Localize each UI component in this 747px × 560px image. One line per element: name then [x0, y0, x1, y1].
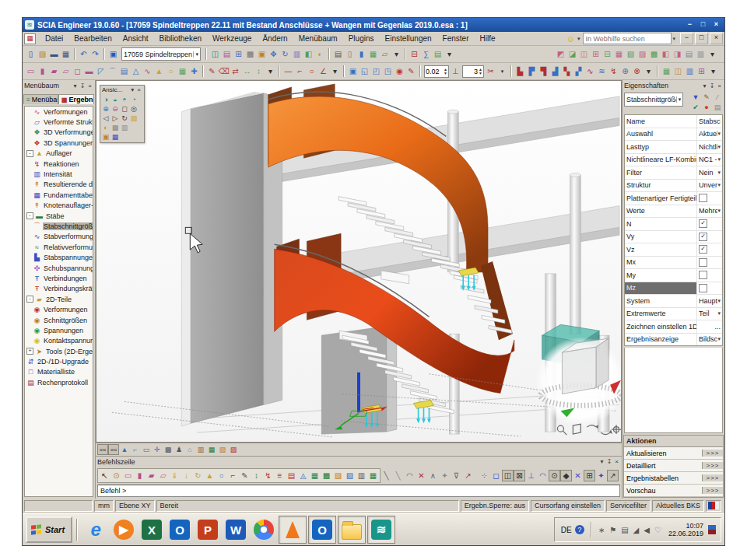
taskbar-outlook-2[interactable]: O [308, 516, 336, 544]
result-combo-icon[interactable]: ⊗ [631, 65, 643, 77]
tree-item[interactable]: ∿Verformungen [25, 107, 93, 117]
bim-toolbox-icon[interactable]: ▦ [661, 65, 672, 77]
print-preview-icon[interactable]: ▯ [344, 48, 356, 60]
calc-cmd-icon[interactable]: ▩ [321, 470, 332, 481]
tree-item[interactable]: ◉Verformungen [25, 304, 93, 314]
property-value[interactable]: Nein▾ [697, 169, 722, 177]
grid-snap-icon[interactable]: ✛ [152, 444, 163, 455]
circle-icon[interactable]: ○ [306, 65, 317, 77]
open-project-icon[interactable]: ▨ [37, 48, 48, 60]
panel-menu-icon[interactable]: ▾ [72, 82, 79, 89]
auto-hide-pin-icon[interactable]: ↧ [605, 458, 614, 465]
menu-ansicht[interactable]: Ansicht [117, 33, 154, 44]
property-value[interactable] [697, 271, 722, 279]
gallery-cmd-icon[interactable]: ▦ [367, 470, 379, 481]
property-value[interactable] [697, 258, 722, 267]
track-icon[interactable]: ⊽ [451, 470, 462, 481]
taskbar-powerpoint[interactable]: P [195, 516, 221, 543]
tree-item[interactable]: ❖3D Verformungen [25, 128, 93, 138]
polyline-icon[interactable]: ⌐ [294, 65, 306, 77]
property-row[interactable]: SystemHauptsystem▾ [625, 295, 722, 308]
result-filter-3-icon[interactable]: ◫ [578, 48, 590, 60]
result-reactions-icon[interactable]: ↯ [608, 65, 619, 77]
result-filter-7-icon[interactable]: ▧ [625, 48, 637, 60]
property-value[interactable]: ✓ [697, 219, 722, 228]
snap-endpoint-icon[interactable]: ◻ [490, 470, 502, 481]
mark-tool-icon[interactable]: ✎ [405, 65, 417, 77]
action-more-button[interactable]: >>> [702, 450, 723, 457]
taskbar-excel[interactable]: X [139, 516, 165, 543]
support-cmd-icon[interactable]: ▲ [204, 470, 216, 481]
point-load-icon[interactable]: ↯ [262, 470, 274, 481]
angle-icon[interactable]: ∠ [317, 65, 329, 77]
apply-brush-icon[interactable]: ✔ [690, 103, 701, 113]
rib-icon[interactable]: ▬ [83, 65, 95, 77]
property-row[interactable]: ExtremwerteTeil▾ [625, 308, 722, 321]
volume-tray-icon[interactable]: ◀ [644, 526, 650, 534]
action-ergebnistabellen[interactable]: Ergebnistabellen>>> [624, 472, 723, 485]
moment-cmd-icon[interactable]: ↻ [192, 470, 204, 481]
property-value[interactable]: Hauptsystem▾ [697, 297, 722, 305]
print-more-icon[interactable]: ▾ [391, 48, 402, 60]
checkbox-checked[interactable]: ✓ [699, 233, 707, 241]
snap-nearest-icon[interactable]: ✕ [572, 470, 584, 481]
tree-item[interactable]: ≈Relativverformung [25, 242, 93, 252]
volumes-icon[interactable]: ▣ [101, 132, 110, 142]
status-cursorfang-einstellen[interactable]: Cursorfang einstellen [531, 500, 605, 512]
tree-item[interactable]: ⌒Stabschnittgrößen [25, 221, 93, 231]
temp-load-icon[interactable]: ◬ [297, 470, 309, 481]
clip-box-icon[interactable]: ▧ [129, 114, 139, 123]
result-extreme-icon[interactable]: ⊕ [619, 65, 631, 77]
property-row[interactable]: Vy✓ [625, 231, 722, 244]
tree-item[interactable]: -▬Stäbe [25, 211, 93, 221]
action-center-icon[interactable]: ♡ [654, 526, 661, 534]
modify-3-icon[interactable]: ⇄ [230, 65, 241, 77]
restore-button[interactable]: □ [697, 20, 709, 30]
save-gallery-icon[interactable]: ▦ [60, 48, 72, 60]
zoom-in-icon[interactable]: ⊕ [101, 104, 110, 114]
network-tray-icon[interactable]: ◢ [633, 526, 640, 534]
action-more-button[interactable]: >>> [702, 487, 723, 494]
result-filter-9-icon[interactable]: ▩ [648, 48, 660, 60]
property-row[interactable]: FilterNein▾ [625, 166, 722, 180]
modify-2-icon[interactable]: ⌫ [218, 65, 230, 77]
check-steel-icon[interactable]: ▨ [332, 470, 344, 481]
ucs-icon[interactable]: ↗ [462, 470, 474, 481]
result-n-icon[interactable]: ▙ [514, 65, 526, 77]
property-row[interactable]: My [625, 269, 722, 282]
checkbox-unchecked[interactable] [699, 194, 707, 202]
snap-ortho-icon[interactable]: ⊞ [584, 470, 595, 481]
webhelp-search-input[interactable] [583, 33, 672, 44]
status-aktuelles-bks[interactable]: Aktuelles BKS [652, 500, 704, 512]
zoom-window-icon[interactable]: ◻ [120, 104, 129, 114]
show-desktop-edge[interactable] [708, 525, 716, 534]
snap-track-icon[interactable]: ↗ [607, 470, 619, 481]
view-z-icon[interactable]: ◓ [120, 95, 129, 104]
move-entities-icon[interactable]: ✥ [268, 48, 279, 60]
show-results-icon[interactable]: ▦ [206, 444, 217, 455]
property-row[interactable]: Plattenartiger Fertigteilb... [625, 192, 722, 205]
property-value[interactable]: ✓ [697, 245, 722, 254]
title-bar[interactable]: ≋ SCIA Engineer 19.0.60 - [17059 Spindel… [23, 18, 724, 32]
snap-arc-icon[interactable]: ╲ [392, 470, 404, 481]
filter-properties-icon[interactable]: ▼ [690, 93, 701, 103]
mesh-display-icon[interactable]: ▩ [244, 48, 256, 60]
subsoil-icon[interactable]: ▦ [177, 65, 188, 77]
result-mx-icon[interactable]: ▟ [549, 65, 561, 77]
snap-mid-icon[interactable]: ◫ [502, 470, 514, 481]
load-panel-icon[interactable]: ▤ [118, 65, 130, 77]
view-window-1-icon[interactable]: ▣ [347, 65, 359, 77]
tree-item[interactable]: -▲Auflager [25, 149, 93, 159]
polar-icon[interactable]: ✦ [439, 470, 451, 481]
surface-icon[interactable]: ▲ [119, 444, 130, 455]
snap-tangent-icon[interactable]: ◠ [537, 470, 549, 481]
action-more-button[interactable]: >>> [702, 462, 723, 469]
result-filter-13-icon[interactable]: ▥ [695, 48, 707, 60]
precision-spinner[interactable]: 0.02▲▼ [424, 65, 449, 78]
mdi-document-icon[interactable]: ▦ [24, 33, 36, 44]
view-y-icon[interactable]: ◒ [110, 95, 120, 104]
rotate-view-icon[interactable]: ↻ [120, 114, 129, 123]
new-document-icon[interactable]: ▯ [25, 48, 37, 60]
property-value[interactable]: Stabschnittgr... [697, 117, 722, 125]
view-axo-icon[interactable]: ◔ [129, 95, 139, 104]
